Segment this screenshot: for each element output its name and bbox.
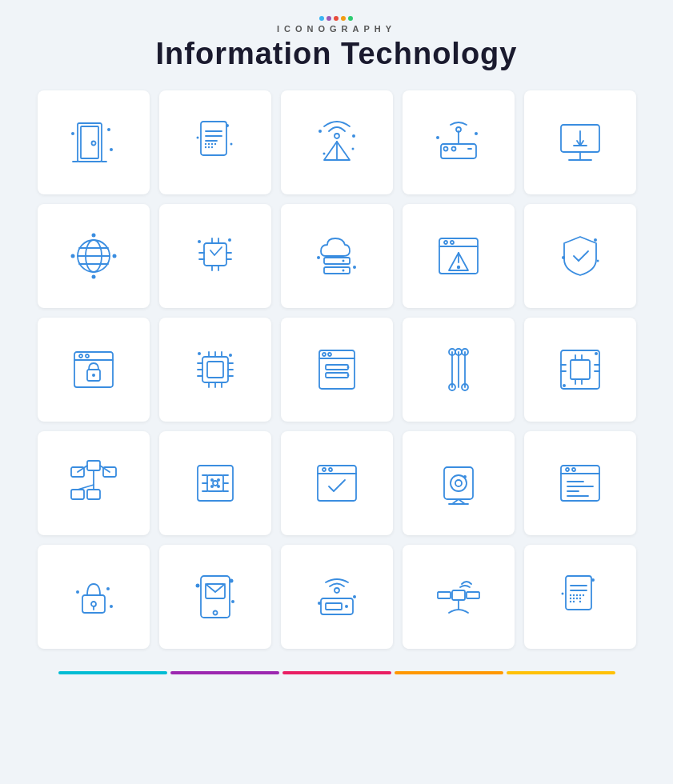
icon-data-file — [159, 90, 271, 194]
svg-point-60 — [317, 256, 320, 259]
svg-point-82 — [198, 352, 201, 355]
svg-rect-129 — [444, 467, 473, 499]
svg-point-171 — [575, 594, 577, 596]
icon-globe — [38, 204, 150, 308]
icon-shield — [524, 204, 636, 308]
svg-line-133 — [452, 499, 459, 504]
icon-padlock — [38, 545, 150, 649]
svg-point-15 — [214, 143, 215, 145]
svg-point-159 — [334, 588, 339, 593]
svg-rect-100 — [571, 360, 590, 379]
svg-point-50 — [112, 254, 116, 258]
svg-point-139 — [572, 468, 575, 471]
svg-point-182 — [561, 593, 563, 595]
svg-rect-157 — [326, 603, 342, 610]
svg-point-49 — [70, 254, 74, 258]
svg-point-17 — [207, 146, 209, 148]
svg-point-178 — [569, 601, 571, 602]
icon-router — [403, 90, 515, 194]
svg-point-160 — [318, 602, 321, 605]
svg-point-78 — [92, 374, 95, 377]
svg-rect-166 — [566, 576, 591, 610]
svg-point-59 — [342, 270, 344, 272]
svg-point-54 — [228, 238, 231, 242]
svg-point-24 — [334, 134, 339, 138]
bottom-bars — [57, 671, 617, 674]
icon-cpu — [159, 318, 271, 422]
svg-line-68 — [574, 256, 579, 261]
svg-point-25 — [318, 130, 322, 133]
svg-point-32 — [443, 147, 447, 151]
svg-rect-107 — [71, 490, 84, 499]
icon-tablet-email — [159, 545, 271, 649]
icon-antenna — [281, 90, 393, 194]
svg-point-132 — [463, 475, 467, 478]
svg-point-102 — [563, 384, 566, 387]
svg-rect-99 — [561, 350, 599, 389]
svg-line-134 — [459, 499, 465, 504]
svg-rect-163 — [438, 592, 451, 598]
svg-point-176 — [575, 598, 577, 599]
icon-circuit-board — [159, 431, 271, 535]
svg-point-2 — [91, 142, 95, 146]
icon-chip-browser — [524, 318, 636, 422]
svg-point-31 — [456, 127, 461, 132]
svg-point-76 — [86, 354, 89, 358]
svg-point-20 — [196, 137, 198, 139]
svg-point-14 — [210, 143, 212, 145]
svg-point-161 — [353, 595, 356, 598]
svg-point-64 — [444, 241, 447, 244]
svg-point-148 — [76, 590, 79, 594]
icon-browser-check — [281, 431, 393, 535]
svg-rect-164 — [467, 592, 479, 598]
svg-point-86 — [328, 353, 331, 356]
icon-hard-drive — [403, 431, 515, 535]
svg-point-6 — [107, 128, 110, 131]
svg-point-55 — [198, 240, 201, 243]
dot-4 — [341, 16, 346, 21]
svg-point-101 — [595, 352, 598, 355]
page-title: Information Technology — [156, 37, 518, 71]
svg-point-155 — [231, 600, 234, 603]
icon-wifi-device — [281, 545, 393, 649]
svg-point-5 — [71, 132, 74, 135]
dot-2 — [326, 16, 331, 21]
icon-satellite — [403, 545, 515, 649]
svg-point-7 — [110, 148, 113, 151]
svg-point-71 — [562, 256, 565, 259]
svg-point-81 — [229, 354, 232, 357]
svg-point-26 — [352, 134, 355, 138]
svg-rect-80 — [207, 362, 223, 378]
svg-point-149 — [110, 605, 113, 608]
icon-network — [38, 431, 150, 535]
icon-code-browser — [524, 431, 636, 535]
icon-server-page — [281, 318, 393, 422]
svg-rect-79 — [202, 357, 228, 382]
svg-rect-56 — [324, 258, 350, 264]
svg-point-153 — [195, 584, 199, 588]
svg-point-128 — [329, 468, 332, 471]
svg-point-67 — [456, 266, 459, 269]
svg-point-131 — [455, 480, 462, 486]
svg-point-180 — [579, 601, 580, 602]
svg-point-12 — [204, 143, 206, 145]
page-header: ICONOGRAPHY Information Technology — [156, 16, 518, 71]
svg-point-58 — [342, 260, 344, 262]
svg-point-72 — [596, 260, 599, 262]
icon-cables — [403, 318, 515, 422]
svg-point-175 — [572, 598, 574, 599]
svg-point-85 — [322, 353, 326, 356]
svg-point-28 — [351, 148, 354, 150]
svg-rect-104 — [87, 461, 100, 470]
svg-point-172 — [579, 594, 580, 596]
svg-rect-113 — [207, 475, 223, 491]
svg-rect-87 — [326, 365, 348, 370]
svg-rect-88 — [326, 373, 348, 378]
icon-data-document — [524, 545, 636, 649]
svg-point-16 — [204, 146, 206, 148]
svg-line-69 — [579, 251, 588, 261]
svg-point-33 — [451, 147, 455, 151]
svg-rect-8 — [201, 122, 226, 155]
svg-point-127 — [322, 468, 326, 471]
icon-monitor-download — [524, 90, 636, 194]
